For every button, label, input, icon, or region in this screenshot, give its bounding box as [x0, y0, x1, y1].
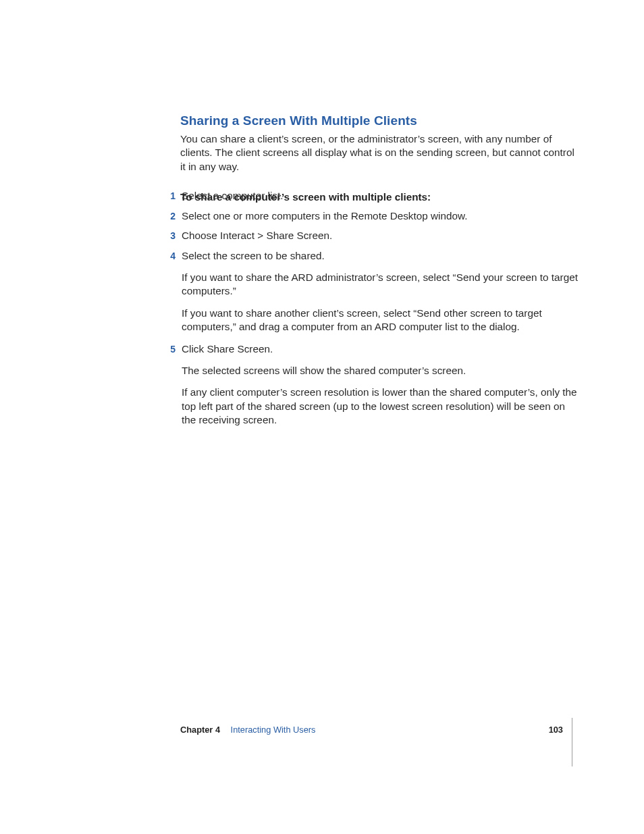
step-number: 4: [165, 249, 176, 263]
step-text: Select one or more computers in the Remo…: [182, 209, 578, 223]
footer-rule: [572, 718, 572, 766]
step-item: 1 Select a computer list.: [165, 189, 578, 203]
step-body: Choose Interact > Share Screen.: [182, 229, 578, 242]
page: Sharing a Screen With Multiple Clients Y…: [0, 0, 644, 834]
step-body: Click Share Screen. The selected screens…: [182, 342, 578, 427]
step-text: If any client computer’s screen resoluti…: [182, 386, 578, 427]
step-text: If you want to share another client’s sc…: [182, 307, 578, 334]
footer-left: Chapter 4 Interacting With Users: [180, 725, 315, 735]
step-item: 2 Select one or more computers in the Re…: [165, 209, 578, 224]
step-text: Choose Interact > Share Screen.: [182, 229, 578, 242]
chapter-title: Interacting With Users: [231, 725, 316, 735]
step-text: The selected screens will show the share…: [182, 364, 578, 377]
step-body: Select a computer list.: [182, 189, 578, 203]
step-text: Select a computer list.: [182, 189, 578, 203]
step-item: 3 Choose Interact > Share Screen.: [165, 229, 578, 243]
steps-list: 1 Select a computer list. 2 Select one o…: [165, 189, 578, 433]
step-text: Select the screen to be shared.: [182, 249, 578, 263]
intro-paragraph: You can share a client’s screen, or the …: [180, 132, 577, 174]
step-number: 5: [165, 342, 176, 357]
step-item: 4 Select the screen to be shared. If you…: [165, 249, 578, 334]
section-heading: Sharing a Screen With Multiple Clients: [180, 113, 577, 128]
page-number: 103: [549, 725, 563, 735]
step-item: 5 Click Share Screen. The selected scree…: [165, 342, 578, 427]
step-number: 3: [165, 229, 176, 243]
chapter-label: Chapter 4: [180, 725, 220, 735]
step-body: Select one or more computers in the Remo…: [182, 209, 578, 223]
step-text: Click Share Screen.: [182, 342, 578, 356]
page-footer: Chapter 4 Interacting With Users 103: [0, 725, 644, 772]
step-body: Select the screen to be shared. If you w…: [182, 249, 578, 334]
step-number: 1: [165, 189, 176, 203]
step-text: If you want to share the ARD administrat…: [182, 271, 578, 298]
step-number: 2: [165, 209, 176, 224]
